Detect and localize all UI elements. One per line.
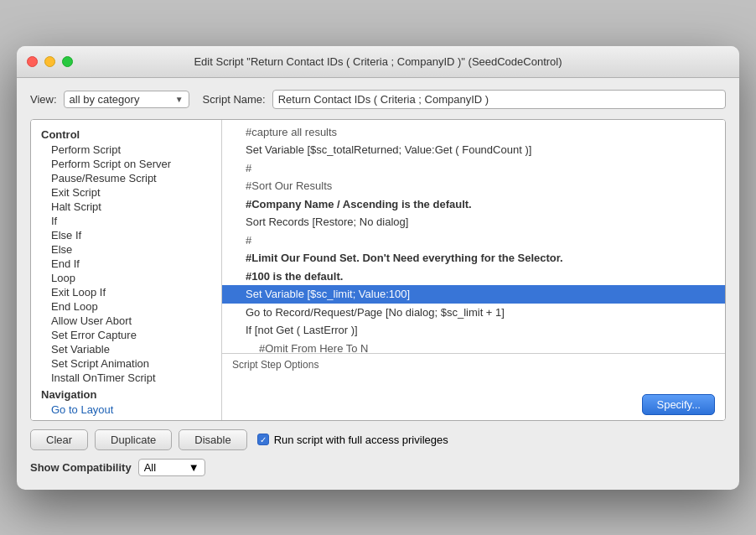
sidebar-item-exit-loop-if[interactable]: Exit Loop If [31, 285, 221, 299]
script-sidebar: Control Perform Script Perform Script on… [31, 120, 222, 420]
script-line-3[interactable]: #Sort Our Results [222, 177, 725, 195]
script-line-5[interactable]: Sort Records [Restore; No dialog] [222, 213, 725, 231]
sidebar-item-allow-user-abort[interactable]: Allow User Abort [31, 314, 221, 328]
checkbox-area: ✓ Run script with full access privileges [257, 434, 448, 446]
maximize-button[interactable] [62, 56, 73, 67]
script-line-6[interactable]: # [222, 231, 725, 250]
show-compat-label: Show Compatibility [30, 461, 132, 474]
sidebar-section-navigation: Navigation [31, 387, 221, 403]
sidebar-item-halt-script[interactable]: Halt Script [31, 200, 221, 214]
view-select-value: all by category [70, 93, 140, 106]
script-line-1[interactable]: Set Variable [$sc_totalReturned; Value:G… [222, 141, 725, 159]
sidebar-item-loop[interactable]: Loop [31, 271, 221, 285]
sidebar-item-else-if[interactable]: Else If [31, 228, 221, 242]
full-access-checkbox[interactable]: ✓ [257, 434, 269, 445]
sidebar-item-if[interactable]: If [31, 214, 221, 228]
script-panel: #capture all results Set Variable [$sc_t… [222, 120, 725, 420]
sidebar-section-control: Control [31, 127, 221, 143]
view-dropdown-arrow-icon: ▼ [175, 95, 184, 104]
sidebar-item-set-variable[interactable]: Set Variable [31, 342, 221, 356]
traffic-lights [27, 56, 73, 67]
show-compat-bar: Show Compatibility All ▼ [30, 459, 726, 476]
sidebar-item-go-to-record[interactable]: Go to Record/Request/Page [31, 417, 221, 420]
sidebar-item-end-loop[interactable]: End Loop [31, 299, 221, 314]
specify-button[interactable]: Specify... [642, 394, 715, 415]
script-options-header: Script Step Options [232, 359, 715, 371]
titlebar: Edit Script "Return Contact IDs ( Criter… [17, 46, 739, 78]
content-area: View: all by category ▼ Script Name: Con… [17, 78, 739, 490]
script-line-11[interactable]: If [not Get ( LastError )] [222, 321, 725, 340]
script-name-label: Script Name: [203, 93, 266, 106]
script-line-10[interactable]: Go to Record/Request/Page [No dialog; $s… [222, 304, 725, 322]
disable-button[interactable]: Disable [179, 429, 246, 450]
main-area: Control Perform Script Perform Script on… [30, 119, 726, 421]
duplicate-button[interactable]: Duplicate [95, 429, 172, 450]
script-options-panel: Script Step Options Specify... [222, 353, 725, 420]
full-access-label: Run script with full access privileges [274, 434, 448, 446]
script-line-0[interactable]: #capture all results [222, 123, 725, 142]
script-line-9[interactable]: Set Variable [$sc_limit; Value:100] [222, 285, 725, 304]
script-line-8[interactable]: #100 is the default. [222, 268, 725, 286]
script-name-input[interactable] [272, 90, 726, 109]
window-title: Edit Script "Return Contact IDs ( Criter… [194, 55, 562, 68]
top-bar: View: all by category ▼ Script Name: [30, 90, 726, 109]
script-line-4[interactable]: #Company Name / Ascending is the default… [222, 195, 725, 214]
main-window: Edit Script "Return Contact IDs ( Criter… [17, 46, 739, 490]
bottom-bar: Clear Duplicate Disable ✓ Run script wit… [30, 429, 726, 450]
sidebar-item-set-script-animation[interactable]: Set Script Animation [31, 356, 221, 371]
script-lines-container: #capture all results Set Variable [$sc_t… [222, 120, 725, 353]
view-dropdown[interactable]: all by category ▼ [64, 91, 189, 108]
sidebar-item-install-ontimer[interactable]: Install OnTimer Script [31, 371, 221, 385]
sidebar-item-else[interactable]: Else [31, 242, 221, 257]
minimize-button[interactable] [44, 56, 55, 67]
compat-dropdown-arrow-icon: ▼ [189, 461, 199, 474]
script-line-7[interactable]: #Limit Our Found Set. Don't Need everyth… [222, 249, 725, 268]
sidebar-item-go-to-layout[interactable]: Go to Layout [31, 403, 221, 417]
sidebar-item-pause-resume[interactable]: Pause/Resume Script [31, 171, 221, 185]
script-line-2[interactable]: # [222, 159, 725, 178]
compat-dropdown[interactable]: All ▼ [138, 459, 205, 476]
clear-button[interactable]: Clear [30, 429, 88, 450]
view-label: View: [30, 93, 57, 106]
sidebar-item-end-if[interactable]: End If [31, 257, 221, 271]
sidebar-item-perform-script-server[interactable]: Perform Script on Server [31, 157, 221, 171]
sidebar-item-perform-script[interactable]: Perform Script [31, 143, 221, 157]
sidebar-item-set-error-capture[interactable]: Set Error Capture [31, 328, 221, 342]
sidebar-item-exit-script[interactable]: Exit Script [31, 185, 221, 200]
compat-select-value: All [144, 461, 156, 474]
script-line-12[interactable]: #Omit From Here To N [222, 340, 725, 353]
close-button[interactable] [27, 56, 38, 67]
